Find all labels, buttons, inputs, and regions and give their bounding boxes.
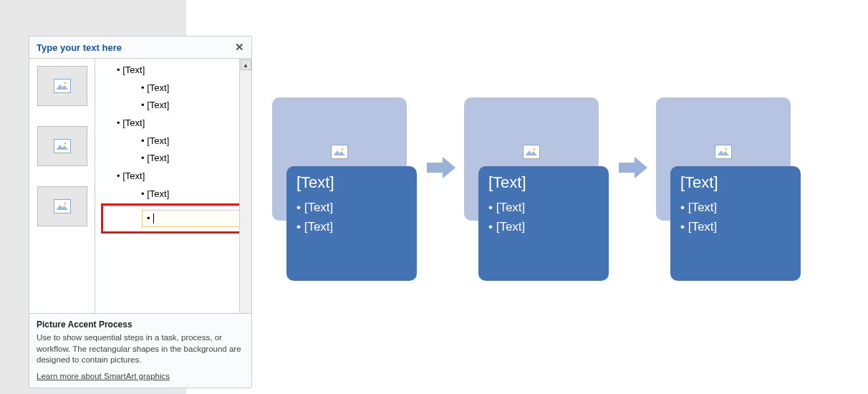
picture-icon[interactable] [331,145,348,159]
scroll-up-icon[interactable]: ▲ [241,59,251,70]
text-pane-body: [Text] [Text] [Text] [Text] [Text] [Text… [29,58,251,313]
outline-edit-field[interactable]: • [142,210,245,227]
outline-item[interactable]: [Text] [100,150,251,168]
smartart-text-pane: Type your text here ✕ [Text] [29,36,252,388]
step-bullet[interactable]: [Text] [296,217,408,236]
svg-marker-16 [619,157,647,178]
picture-icon [54,79,71,93]
step-bullet[interactable]: [Text] [296,198,408,217]
outline-item[interactable]: [Text] [100,115,251,133]
svg-point-19 [725,148,727,150]
picture-icon [54,199,71,213]
outline-item[interactable]: [Text] [100,62,251,80]
step-bullet[interactable]: [Text] [680,217,792,236]
smartart-layout-name: Picture Accent Process [37,319,244,330]
picture-placeholder-thumb[interactable] [37,186,87,226]
step-title[interactable]: [Text] [488,173,600,192]
outline-item[interactable]: [Text] [100,80,251,97]
arrow-right-icon [619,155,647,180]
process-step[interactable]: [Text] [Text] [Text] [272,97,418,281]
text-pane-header: Type your text here ✕ [29,37,251,58]
svg-marker-12 [427,157,455,178]
process-step[interactable]: [Text] [Text] [Text] [656,97,802,281]
step-text-card[interactable]: [Text] [Text] [Text] [670,166,801,281]
picture-icon[interactable] [523,145,540,159]
step-title[interactable]: [Text] [296,173,408,192]
bullet-glyph: • [147,213,150,224]
close-icon[interactable]: ✕ [235,41,244,54]
picture-icon [54,139,71,153]
svg-point-8 [64,202,66,204]
text-pane-outline[interactable]: [Text] [Text] [Text] [Text] [Text] [Text… [95,59,251,313]
smartart-diagram[interactable]: [Text] [Text] [Text] [Text] [Text] [Text… [272,97,802,281]
outline-item[interactable]: [Text] [100,133,251,150]
svg-point-2 [64,82,66,84]
picture-placeholder-thumb[interactable] [37,126,87,166]
svg-point-11 [341,148,343,150]
process-step[interactable]: [Text] [Text] [Text] [464,97,610,281]
svg-point-5 [64,142,66,144]
step-text-card[interactable]: [Text] [Text] [Text] [286,166,417,281]
picture-placeholder-thumb[interactable] [37,66,87,106]
arrow-right-icon [427,155,455,180]
outline-item[interactable]: [Text] [100,168,251,186]
outline-item[interactable]: [Text] [100,186,251,203]
svg-point-15 [533,148,535,150]
learn-more-link[interactable]: Learn more about SmartArt graphics [37,372,244,380]
text-pane-footer: Picture Accent Process Use to show seque… [29,313,251,388]
text-pane-thumbnails [29,59,95,313]
text-caret [153,213,154,224]
outline-item[interactable]: [Text] [100,97,251,115]
step-title[interactable]: [Text] [680,173,792,192]
step-bullet[interactable]: [Text] [488,217,600,236]
step-text-card[interactable]: [Text] [Text] [Text] [478,166,609,281]
picture-icon[interactable] [715,145,732,159]
text-pane-title: Type your text here [37,42,122,53]
smartart-layout-description: Use to show sequential steps in a task, … [37,332,244,366]
outline-editing-highlight: • [101,203,250,234]
step-bullet[interactable]: [Text] [680,198,792,217]
step-bullet[interactable]: [Text] [488,198,600,217]
scrollbar[interactable]: ▲ [239,59,251,313]
